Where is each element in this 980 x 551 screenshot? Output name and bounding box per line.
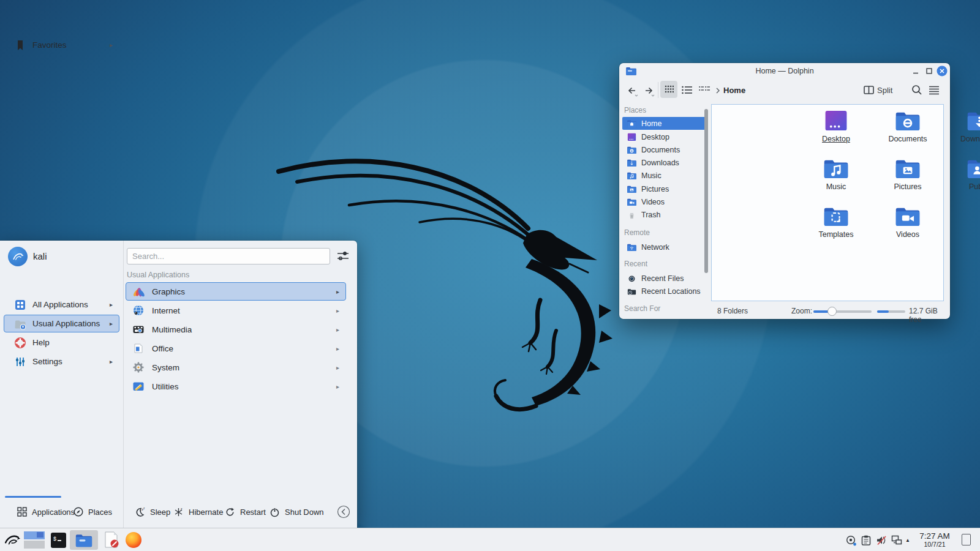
category-graphics[interactable]: Graphics▸ [126, 282, 346, 301]
settings-sliders-icon [14, 356, 26, 368]
restart-icon [225, 507, 235, 517]
place-downloads[interactable]: Downloads [622, 156, 708, 169]
place-videos[interactable]: Videos [622, 195, 708, 208]
place-home[interactable]: Home [622, 117, 708, 130]
place-recent-locations[interactable]: Recent Locations [622, 285, 708, 298]
split-button[interactable]: Split [877, 86, 892, 95]
icons-view-button[interactable] [660, 81, 677, 98]
place-documents[interactable]: Documents [622, 143, 708, 156]
sidebar-item-help[interactable]: Help [4, 334, 119, 351]
footer-tab-places[interactable]: Places [74, 504, 112, 519]
firefox-icon [126, 532, 141, 548]
category-system[interactable]: System▸ [126, 358, 346, 377]
clock-date: 10/7/21 [914, 541, 955, 549]
svg-text:$: $ [53, 536, 56, 542]
maximize-button[interactable] [925, 67, 933, 75]
back-button[interactable] [627, 84, 639, 97]
screen-capture-tray-icon[interactable] [846, 535, 858, 547]
dolphin-window: Home — Dolphin Home Split Places Home [619, 63, 950, 319]
zoom-slider-handle[interactable] [827, 307, 837, 316]
free-space-bar-fill [877, 310, 889, 313]
hamburger-menu-icon[interactable] [929, 85, 940, 95]
footer-active-indicator [5, 496, 61, 498]
all-applications-icon [14, 299, 26, 311]
details-view-button[interactable] [682, 86, 693, 94]
app-launcher-button[interactable] [2, 530, 22, 550]
menu-search-input[interactable] [127, 248, 330, 264]
folder-view[interactable]: Desktop Documents Downloads Music Pictur… [711, 104, 944, 301]
category-internet[interactable]: Internet▸ [126, 301, 346, 320]
music-folder-icon [627, 171, 637, 180]
sidebar-item-settings[interactable]: Settings▸ [4, 353, 119, 370]
help-icon [14, 337, 26, 349]
compact-view-button[interactable] [699, 86, 710, 94]
applications-grid-icon [17, 507, 27, 517]
search-icon[interactable] [911, 84, 922, 96]
konsole-icon: $ [51, 533, 66, 548]
folder-documents[interactable]: Documents [876, 110, 940, 143]
folder-desktop[interactable]: Desktop [804, 110, 868, 143]
folder-count: 8 Folders [717, 307, 748, 315]
svg-text:z: z [143, 507, 145, 510]
restart-button[interactable]: Restart [225, 504, 266, 519]
task-konsole[interactable]: $ [49, 530, 67, 550]
hibernate-button[interactable]: z Hibernate [173, 504, 223, 519]
place-network[interactable]: Network [622, 241, 708, 253]
recent-files-icon [627, 274, 637, 283]
sidebar-item-usual-applications[interactable]: Usual Applications▸ [4, 315, 119, 332]
free-space-label: 12.7 GiB free [909, 307, 948, 324]
dolphin-titlebar[interactable]: Home — Dolphin [619, 63, 950, 79]
network-tray-icon[interactable] [891, 535, 902, 545]
desktop-icon [823, 110, 850, 132]
folder-pictures[interactable]: Pictures [876, 157, 940, 191]
volume-muted-tray-icon[interactable] [876, 535, 887, 545]
footer-tab-applications[interactable]: Applications [17, 504, 75, 519]
folder-videos[interactable]: Videos [876, 205, 940, 239]
category-multimedia[interactable]: Multimedia▸ [126, 320, 346, 339]
category-office[interactable]: Office▸ [126, 339, 346, 358]
section-title: Usual Applications [127, 271, 189, 279]
close-button[interactable] [937, 66, 948, 77]
tray-expand-arrow[interactable]: ▲ [905, 538, 910, 543]
collapse-chevron-button[interactable] [337, 505, 350, 519]
folder-music[interactable]: Music [804, 157, 868, 191]
place-pictures[interactable]: Pictures [622, 182, 708, 195]
place-trash[interactable]: Trash [622, 208, 708, 221]
office-icon [132, 342, 145, 354]
configure-icon[interactable] [336, 250, 350, 262]
system-gear-icon [132, 361, 145, 373]
task-text-editor[interactable] [102, 530, 121, 550]
pictures-folder-icon [894, 157, 921, 180]
sleep-button[interactable]: zz Sleep [135, 504, 170, 519]
place-music[interactable]: Music [622, 169, 708, 182]
category-utilities[interactable]: Utilities▸ [126, 377, 346, 395]
place-desktop[interactable]: Desktop [622, 130, 708, 143]
split-icon [864, 86, 874, 94]
sidebar-item-all-applications[interactable]: All Applications▸ [4, 296, 119, 313]
minimize-button[interactable] [912, 67, 919, 75]
folder-public[interactable]: Public [948, 157, 980, 191]
power-icon [270, 507, 280, 517]
sidebar-item-favorites[interactable]: Favorites▸ [4, 36, 119, 54]
folder-downloads[interactable]: Downloads [948, 110, 980, 143]
places-scrollbar[interactable] [704, 109, 708, 273]
clipboard-tray-icon[interactable] [861, 535, 871, 545]
place-recent-files[interactable]: Recent Files [622, 272, 708, 285]
music-folder-icon [823, 157, 850, 180]
breadcrumb[interactable]: Home [723, 86, 745, 95]
digital-clock[interactable]: 7:27 AM 10/7/21 [914, 532, 955, 548]
virtual-desktop-pager[interactable] [23, 530, 45, 550]
menu-divider [123, 241, 124, 528]
forward-button[interactable] [643, 84, 655, 97]
task-dolphin[interactable] [70, 530, 98, 550]
show-desktop-button[interactable] [962, 534, 971, 545]
multimedia-icon [132, 323, 145, 335]
recent-header: Recent [624, 260, 704, 268]
user-avatar[interactable] [8, 247, 28, 266]
kali-logo-icon [12, 250, 24, 263]
desktop-icon [627, 133, 637, 141]
toolbar-separator [658, 82, 658, 98]
task-firefox[interactable] [124, 530, 143, 550]
folder-templates[interactable]: Templates [804, 205, 868, 239]
shutdown-button[interactable]: Shut Down [270, 504, 324, 519]
